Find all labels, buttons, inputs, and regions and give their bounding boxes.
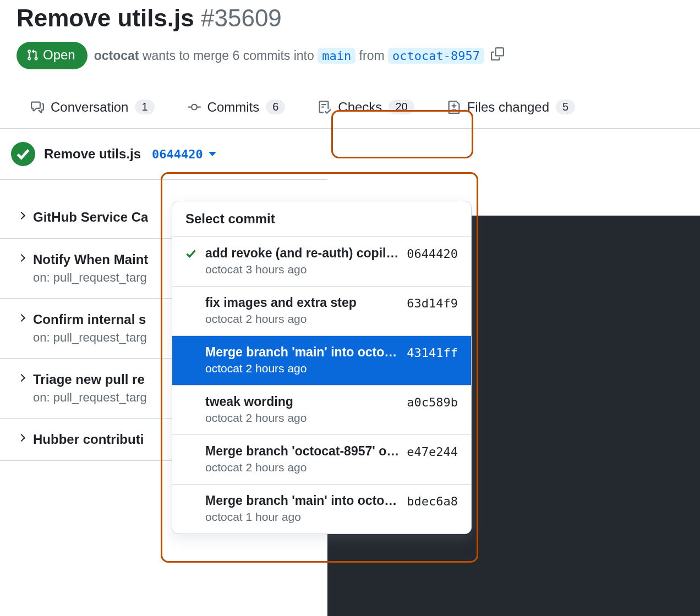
merge-description: octocat wants to merge 6 commits into ma… (94, 48, 484, 63)
chevron-down-icon (209, 152, 216, 156)
check-icon (16, 147, 30, 161)
merge-text-pre: wants to merge 6 commits into (139, 48, 318, 63)
commit-message: tweak wording (205, 394, 399, 409)
commit-sha: 63d14f9 (407, 295, 458, 310)
chevron-right-icon (18, 254, 25, 262)
commit-meta: octocat 2 hours ago (205, 461, 399, 474)
select-commit-menu[interactable]: Select commit add revoke (and re-auth) c… (172, 201, 472, 534)
copy-branch-button[interactable] (491, 47, 504, 64)
commit-item-icon-slot (185, 493, 198, 496)
git-pull-request-icon (26, 49, 39, 61)
pr-state-label: Open (43, 47, 75, 63)
commit-menu-item[interactable]: Merge branch 'octocat-8957' o…octocat 2 … (172, 435, 471, 485)
tab-commits[interactable]: Commits 6 (182, 90, 291, 125)
check-success-badge (11, 142, 35, 166)
pr-author[interactable]: octocat (94, 48, 139, 63)
tab-commits-count: 6 (266, 100, 285, 114)
commit-meta: octocat 2 hours ago (205, 312, 399, 326)
head-branch-chip[interactable]: octocat-8957 (388, 48, 484, 64)
tab-conversation-label: Conversation (51, 100, 128, 115)
commit-message: fix images and extra step (205, 295, 399, 310)
select-commit-menu-header: Select commit (172, 201, 471, 237)
commit-sha: 0644420 (407, 246, 458, 261)
commit-meta: octocat 3 hours ago (205, 263, 399, 276)
commit-message: Merge branch 'main' into octoc… (205, 345, 399, 360)
chevron-right-icon (18, 212, 25, 219)
git-commit-icon (188, 101, 201, 114)
commit-item-icon-slot (185, 394, 198, 397)
commit-sha: e47e244 (407, 444, 458, 459)
commit-menu-item[interactable]: fix images and extra stepoctocat 2 hours… (172, 287, 471, 336)
base-branch-chip[interactable]: main (318, 48, 356, 64)
commit-sha: bdec6a8 (407, 493, 458, 508)
check-group-label: GitHub Service Ca (33, 210, 148, 225)
check-group-label: Notify When Maint (33, 252, 148, 267)
commit-message: add revoke (and re-auth) copilo… (205, 246, 399, 261)
check-group-label: Triage new pull re (33, 372, 147, 387)
tab-files[interactable]: Files changed 5 (442, 90, 581, 125)
pr-number: #35609 (201, 4, 282, 31)
merge-text-mid: from (356, 48, 388, 63)
commit-menu-item[interactable]: Merge branch 'main' into octoc…octocat 1… (172, 485, 471, 534)
check-group-subtext: on: pull_request_targ (33, 391, 147, 405)
commit-item-icon-slot (185, 345, 198, 347)
tab-checks-count: 20 (389, 100, 414, 114)
check-icon (185, 248, 196, 259)
chevron-right-icon (18, 374, 25, 382)
selected-commit-sha: 0644420 (152, 147, 203, 161)
commit-meta: octocat 2 hours ago (205, 362, 399, 375)
commit-menu-item[interactable]: Merge branch 'main' into octoc…octocat 2… (172, 336, 471, 386)
comment-discussion-icon (31, 101, 44, 114)
tab-files-count: 5 (556, 100, 575, 114)
check-group-label: Hubber contributi (33, 432, 144, 447)
file-diff-icon (447, 101, 461, 114)
check-group-subtext: on: pull_request_targ (33, 271, 148, 285)
pr-state-badge: Open (17, 42, 88, 69)
commit-menu-item[interactable]: add revoke (and re-auth) copilo…octocat … (172, 237, 471, 287)
tab-commits-label: Commits (207, 100, 260, 115)
commit-sha: a0c589b (407, 394, 458, 409)
commit-meta: octocat 2 hours ago (205, 411, 399, 425)
commit-menu-item[interactable]: tweak wordingoctocat 2 hours agoa0c589b (172, 386, 471, 435)
commit-message: Merge branch 'main' into octoc… (205, 493, 399, 508)
checklist-icon (318, 101, 331, 114)
tab-checks[interactable]: Checks 20 (313, 90, 419, 125)
tab-checks-label: Checks (338, 100, 382, 115)
commit-sha: 43141ff (407, 345, 458, 360)
commit-item-icon-slot (185, 246, 198, 261)
tab-conversation[interactable]: Conversation 1 (25, 90, 160, 125)
check-group-subtext: on: pull_request_targ (33, 331, 147, 345)
checks-sidebar-header: Remove utils.js 0644420 (0, 129, 327, 180)
pr-tabs: Conversation 1 Commits 6 Checks 20 Files… (0, 86, 700, 129)
commit-selector-button[interactable]: 0644420 (152, 147, 216, 161)
commit-item-icon-slot (185, 295, 198, 298)
tab-files-label: Files changed (467, 100, 549, 115)
pr-title-row: Remove utils.js #35609 (0, 0, 700, 37)
commit-meta: octocat 1 hour ago (205, 510, 399, 524)
commit-item-icon-slot (185, 444, 198, 446)
chevron-right-icon (18, 434, 25, 442)
copy-icon (491, 47, 504, 61)
pr-meta-row: Open octocat wants to merge 6 commits in… (0, 37, 700, 86)
chevron-right-icon (18, 314, 25, 322)
pr-title: Remove utils.js (17, 4, 194, 31)
checks-header-title: Remove utils.js (44, 146, 141, 162)
check-group-label: Confirm internal s (33, 312, 147, 327)
commit-message: Merge branch 'octocat-8957' o… (205, 444, 399, 459)
tab-conversation-count: 1 (135, 100, 154, 114)
